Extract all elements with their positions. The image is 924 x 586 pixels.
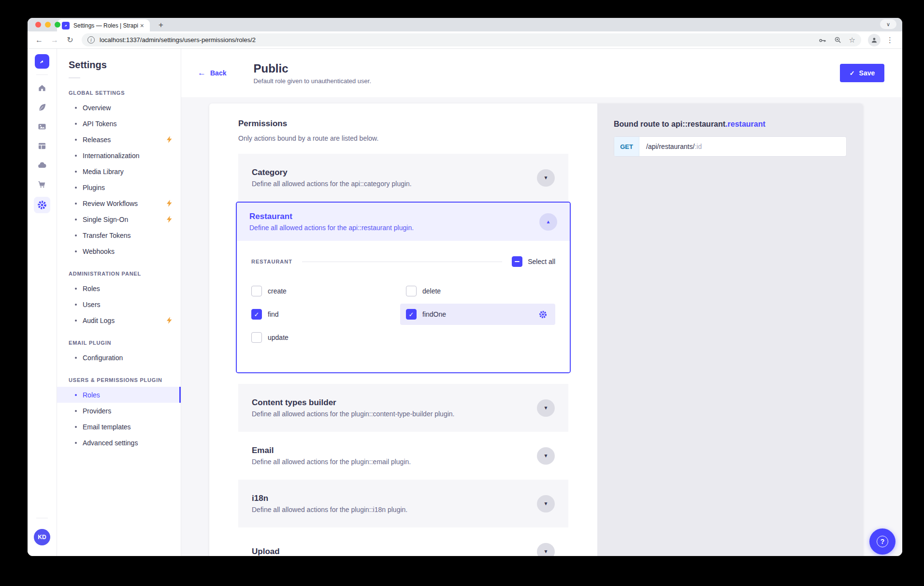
sidebar-item-webhooks[interactable]: Webhooks xyxy=(57,243,181,259)
main-nav-rail: KD xyxy=(28,49,57,556)
accordion-email[interactable]: Email Define all allowed actions for the… xyxy=(238,432,568,480)
sidebar-item-api-tokens[interactable]: API Tokens xyxy=(57,116,181,132)
bullet-icon xyxy=(75,442,77,444)
action-find: ✓ find xyxy=(251,304,406,325)
back-arrow-icon: ← xyxy=(198,68,206,78)
marketplace-cart-icon[interactable] xyxy=(35,177,49,192)
site-info-icon[interactable]: i xyxy=(87,36,95,44)
browser-menu-icon[interactable]: ⋮ xyxy=(882,36,897,44)
chevron-down-icon[interactable]: ▼ xyxy=(537,169,555,187)
premium-bolt-icon xyxy=(167,317,172,324)
settings-gear-icon[interactable] xyxy=(34,197,50,213)
home-icon[interactable] xyxy=(35,81,49,95)
group-label: RESTAURANT xyxy=(251,259,292,264)
sidebar-item-users[interactable]: Users xyxy=(57,296,181,312)
sidebar-item-up-roles[interactable]: Roles xyxy=(57,387,181,403)
accordion-i18n[interactable]: i18n Define all allowed actions for the … xyxy=(238,480,568,527)
deploy-cloud-icon[interactable] xyxy=(35,158,49,173)
sidebar-item-email-templates[interactable]: Email templates xyxy=(57,419,181,435)
rail-divider xyxy=(36,518,48,518)
bullet-icon xyxy=(75,139,77,141)
zoom-window-button[interactable] xyxy=(55,22,60,28)
chevron-down-icon[interactable]: ▼ xyxy=(537,447,555,465)
sidebar-item-advanced-settings[interactable]: Advanced settings xyxy=(57,435,181,451)
sidebar-item-overview[interactable]: Overview xyxy=(57,100,181,116)
content-manager-feather-icon[interactable] xyxy=(35,100,49,115)
subnav-section-global-settings: GLOBAL SETTINGS Overview API Tokens Rele… xyxy=(57,90,181,259)
sidebar-item-single-sign-on[interactable]: Single Sign-On xyxy=(57,211,181,227)
new-tab-button[interactable]: + xyxy=(156,20,166,30)
sidebar-item-admin-roles[interactable]: Roles xyxy=(57,280,181,296)
select-all-checkbox[interactable] xyxy=(512,256,522,267)
save-button[interactable]: ✓ Save xyxy=(840,64,884,82)
bullet-icon xyxy=(75,187,77,189)
permissions-card: Permissions Only actions bound by a rout… xyxy=(209,103,863,556)
browser-tab[interactable]: Settings — Roles | Strapi × xyxy=(57,19,150,31)
delete-checkbox[interactable] xyxy=(406,286,417,296)
sidebar-item-configuration[interactable]: Configuration xyxy=(57,350,181,366)
chevron-down-icon[interactable]: ▼ xyxy=(537,543,555,557)
bookmark-star-icon[interactable]: ☆ xyxy=(849,36,855,44)
tab-close-icon[interactable]: × xyxy=(138,22,146,29)
sidebar-item-transfer-tokens[interactable]: Transfer Tokens xyxy=(57,227,181,243)
minimize-window-button[interactable] xyxy=(45,22,51,28)
sidebar-item-audit-logs[interactable]: Audit Logs xyxy=(57,312,181,328)
accordion-upload[interactable]: Upload ▼ xyxy=(238,527,568,556)
section-label: GLOBAL SETTINGS xyxy=(57,90,181,96)
sidebar-item-providers[interactable]: Providers xyxy=(57,403,181,419)
chevron-down-icon[interactable]: ▼ xyxy=(537,495,555,513)
strapi-logo-icon[interactable] xyxy=(35,54,49,69)
sidebar-item-plugins[interactable]: Plugins xyxy=(57,179,181,195)
help-button[interactable]: ? xyxy=(869,528,895,555)
accordion-content-types-builder[interactable]: Content types builder Define all allowed… xyxy=(238,384,568,432)
gear-icon[interactable] xyxy=(538,310,548,319)
create-checkbox[interactable] xyxy=(251,286,262,296)
subnav-section-users-permissions-plugin: USERS & PERMISSIONS PLUGIN Roles Provide… xyxy=(57,377,181,451)
password-key-icon[interactable] xyxy=(818,36,827,44)
actions-grid: create delete ✓ find xyxy=(251,280,555,348)
browser-back-button[interactable]: ← xyxy=(32,33,46,47)
indeterminate-icon xyxy=(515,261,520,263)
address-bar[interactable]: i localhost:1337/admin/settings/users-pe… xyxy=(82,33,861,46)
sidebar-item-review-workflows[interactable]: Review Workflows xyxy=(57,195,181,211)
accordion-category[interactable]: Category Define all allowed actions for … xyxy=(238,154,568,202)
bound-route-title: Bound route to api::restaurant.restauran… xyxy=(614,120,847,129)
zoom-in-icon[interactable] xyxy=(834,36,842,44)
content-type-builder-icon[interactable] xyxy=(35,139,49,153)
browser-reload-button[interactable]: ↻ xyxy=(63,33,77,47)
subnav-section-administration-panel: ADMINISTRATION PANEL Roles Users Audit L… xyxy=(57,271,181,328)
route-highlight: .restaurant xyxy=(725,120,765,128)
tab-search-chevron-icon[interactable]: ∨ xyxy=(880,19,896,29)
route-param: :id xyxy=(694,143,702,150)
sidebar-item-internationalization[interactable]: Internationalization xyxy=(57,147,181,163)
sidebar-item-releases[interactable]: Releases xyxy=(57,132,181,147)
close-window-button[interactable] xyxy=(35,22,41,28)
browser-forward-button[interactable]: → xyxy=(48,33,61,47)
browser-profile-icon[interactable] xyxy=(868,34,881,46)
media-library-icon[interactable] xyxy=(35,119,49,134)
accordion-restaurant-header[interactable]: Restaurant Define all allowed actions fo… xyxy=(237,203,570,241)
sidebar-item-media-library[interactable]: Media Library xyxy=(57,163,181,179)
url-text[interactable]: localhost:1337/admin/settings/users-perm… xyxy=(100,36,818,44)
chevron-up-icon[interactable]: ▲ xyxy=(539,213,557,231)
bullet-icon xyxy=(75,171,77,173)
findone-checkbox[interactable]: ✓ xyxy=(406,309,417,320)
user-avatar[interactable]: KD xyxy=(34,529,50,545)
bullet-icon xyxy=(75,219,77,220)
chevron-down-icon[interactable]: ▼ xyxy=(537,399,555,417)
permissions-subtitle: Only actions bound by a route are listed… xyxy=(238,134,568,142)
update-checkbox[interactable] xyxy=(251,332,262,343)
accordion-list: Category Define all allowed actions for … xyxy=(238,154,568,556)
page-subtitle: Default role given to unauthenticated us… xyxy=(253,77,371,85)
premium-bolt-icon xyxy=(167,216,172,223)
accordion-restaurant-expanded: Restaurant Define all allowed actions fo… xyxy=(236,202,571,373)
http-method-badge: GET xyxy=(614,137,639,156)
bullet-icon xyxy=(75,107,77,109)
traffic-lights xyxy=(35,22,60,28)
find-checkbox[interactable]: ✓ xyxy=(251,309,262,320)
back-link[interactable]: ← Back xyxy=(198,68,226,78)
premium-bolt-icon xyxy=(167,136,172,143)
route-field: GET /api/restaurants/:id xyxy=(614,136,847,157)
bullet-icon xyxy=(75,357,77,359)
subnav-divider xyxy=(69,77,80,78)
